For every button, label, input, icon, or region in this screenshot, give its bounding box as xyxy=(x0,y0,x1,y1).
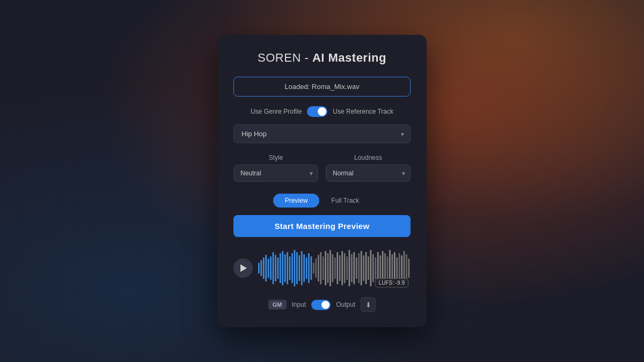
preview-full-tabs: Preview Full Track xyxy=(233,194,411,208)
download-button[interactable]: ⬇ xyxy=(361,297,376,312)
svg-rect-33 xyxy=(336,252,338,284)
svg-rect-5 xyxy=(270,256,272,280)
svg-rect-34 xyxy=(339,255,341,281)
svg-rect-9 xyxy=(280,253,281,283)
start-mastering-button[interactable]: Start Mastering Preview xyxy=(233,215,411,237)
svg-rect-47 xyxy=(370,250,372,286)
svg-rect-20 xyxy=(306,257,308,279)
io-toggle-switch[interactable] xyxy=(311,300,331,310)
svg-rect-46 xyxy=(368,256,369,280)
svg-rect-12 xyxy=(287,252,288,284)
loudness-select[interactable]: Normal Loud Quiet Broadcast xyxy=(326,165,411,182)
svg-rect-6 xyxy=(273,252,274,284)
svg-rect-7 xyxy=(275,255,276,282)
genre-select[interactable]: Hip Hop Pop Rock Electronic Classical Ja… xyxy=(233,124,411,143)
svg-rect-42 xyxy=(358,253,360,283)
input-label: Input xyxy=(292,301,306,308)
svg-rect-41 xyxy=(356,257,357,279)
output-label: Output xyxy=(336,301,355,308)
download-icon: ⬇ xyxy=(365,301,371,309)
svg-rect-16 xyxy=(296,252,298,284)
svg-rect-13 xyxy=(289,256,291,280)
svg-rect-28 xyxy=(325,251,326,285)
svg-rect-54 xyxy=(387,256,389,280)
svg-rect-37 xyxy=(346,256,348,280)
svg-rect-30 xyxy=(330,250,331,286)
svg-rect-40 xyxy=(354,252,355,284)
style-select[interactable]: Neutral Bright Warm Punchy xyxy=(233,165,318,182)
gm-badge[interactable]: GM xyxy=(268,300,287,309)
svg-rect-45 xyxy=(365,252,367,284)
svg-rect-51 xyxy=(379,255,381,281)
genre-toggle-switch[interactable] xyxy=(307,106,327,117)
genre-select-wrapper: Hip Hop Pop Rock Electronic Classical Ja… xyxy=(233,124,411,143)
play-icon xyxy=(240,264,247,272)
svg-rect-26 xyxy=(320,252,321,284)
svg-rect-35 xyxy=(341,251,343,285)
svg-rect-36 xyxy=(344,253,346,283)
svg-rect-43 xyxy=(361,251,362,285)
style-group: Style Neutral Bright Warm Punchy ▼ xyxy=(233,154,318,182)
svg-rect-19 xyxy=(303,254,305,282)
svg-rect-25 xyxy=(318,255,319,282)
svg-rect-24 xyxy=(316,258,317,278)
svg-rect-38 xyxy=(349,250,350,286)
svg-rect-4 xyxy=(268,258,269,278)
svg-rect-17 xyxy=(298,255,300,281)
bottom-controls: GM Input Output ⬇ xyxy=(233,297,411,312)
waveform-area: LUFS: -9.9 xyxy=(233,247,411,290)
style-label: Style xyxy=(233,154,318,161)
lufs-badge: LUFS: -9.9 xyxy=(375,278,408,287)
svg-rect-39 xyxy=(351,254,353,282)
genre-profile-label: Use Genre Profile xyxy=(251,108,302,115)
svg-rect-0 xyxy=(258,263,260,274)
svg-rect-3 xyxy=(265,255,267,282)
style-select-wrapper: Neutral Bright Warm Punchy ▼ xyxy=(233,165,318,182)
svg-rect-14 xyxy=(291,253,293,283)
svg-rect-31 xyxy=(332,254,334,282)
svg-rect-29 xyxy=(327,253,329,283)
svg-rect-58 xyxy=(396,257,398,279)
svg-rect-44 xyxy=(363,255,364,281)
loudness-group: Loudness Normal Loud Quiet Broadcast ▼ xyxy=(326,154,411,182)
play-button[interactable] xyxy=(233,258,253,278)
genre-toggle-row: Use Genre Profile Use Reference Track xyxy=(233,106,411,117)
main-card: SOREN - AI Mastering Loaded: Roma_Mix.wa… xyxy=(217,35,427,327)
svg-rect-48 xyxy=(372,254,374,282)
svg-rect-15 xyxy=(294,250,296,286)
svg-rect-27 xyxy=(323,256,324,280)
reference-track-label: Use Reference Track xyxy=(333,108,393,115)
svg-rect-32 xyxy=(334,257,336,279)
file-loaded-display[interactable]: Loaded: Roma_Mix.wav xyxy=(233,77,411,97)
svg-rect-1 xyxy=(260,260,262,276)
svg-rect-21 xyxy=(308,253,310,283)
tab-preview[interactable]: Preview xyxy=(273,194,320,208)
svg-rect-2 xyxy=(263,257,265,279)
svg-rect-49 xyxy=(375,257,376,279)
toggle-knob xyxy=(318,107,326,116)
waveform-display: LUFS: -9.9 xyxy=(258,247,411,290)
page-title: SOREN - AI Mastering xyxy=(233,51,411,65)
style-loudness-row: Style Neutral Bright Warm Punchy ▼ Loudn… xyxy=(233,154,411,182)
svg-rect-8 xyxy=(277,257,279,279)
svg-rect-63 xyxy=(408,258,410,278)
loudness-select-wrapper: Normal Loud Quiet Broadcast ▼ xyxy=(326,165,411,182)
io-toggle-knob xyxy=(321,301,330,309)
svg-rect-60 xyxy=(401,255,402,281)
svg-rect-23 xyxy=(313,263,314,274)
tab-full-track[interactable]: Full Track xyxy=(319,194,371,208)
svg-rect-18 xyxy=(301,251,303,285)
svg-rect-11 xyxy=(284,254,286,282)
loudness-label: Loudness xyxy=(326,154,411,161)
svg-rect-22 xyxy=(311,256,312,280)
svg-rect-10 xyxy=(282,251,283,285)
